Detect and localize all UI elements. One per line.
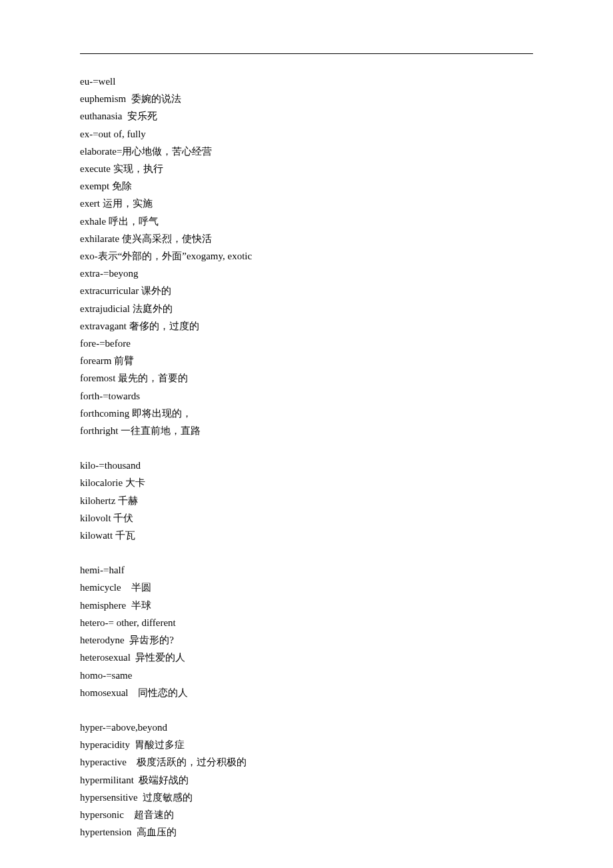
document-page: eu-=welleuphemism 委婉的说法euthanasia 安乐死ex-… xyxy=(0,0,613,868)
vocab-line: extrajudicial 法庭外的 xyxy=(80,300,533,317)
vocab-group: hyper-=above,beyondhyperacidity 胃酸过多症hyp… xyxy=(80,719,533,841)
vocab-group: kilo-=thousandkilocalorie 大卡kilohertz 千赫… xyxy=(80,457,533,544)
vocab-line: hetero-= other, different xyxy=(80,614,533,631)
vocab-line: kilocalorie 大卡 xyxy=(80,474,533,491)
vocab-line: kilowatt 千瓦 xyxy=(80,527,533,544)
vocab-line: kilohertz 千赫 xyxy=(80,492,533,509)
vocab-line: exert 运用，实施 xyxy=(80,195,533,212)
content-body: eu-=welleuphemism 委婉的说法euthanasia 安乐死ex-… xyxy=(80,73,533,841)
vocab-line: hemisphere 半球 xyxy=(80,597,533,614)
vocab-line: hyper-=above,beyond xyxy=(80,719,533,736)
vocab-line: hypermilitant 极端好战的 xyxy=(80,771,533,789)
vocab-line: hyperacidity 胃酸过多症 xyxy=(80,736,533,753)
vocab-line: fore-=before xyxy=(80,335,533,352)
vocab-group: eu-=welleuphemism 委婉的说法euthanasia 安乐死ex-… xyxy=(80,73,533,439)
vocab-line: execute 实现，执行 xyxy=(80,160,533,177)
vocab-line: hypersensitive 过度敏感的 xyxy=(80,789,533,806)
vocab-line: hyperactive 极度活跃的，过分积极的 xyxy=(80,753,533,771)
vocab-line: hypertension 高血压的 xyxy=(80,823,533,841)
vocab-line: forthcoming 即将出现的， xyxy=(80,405,533,422)
vocab-line: extracurricular 课外的 xyxy=(80,282,533,299)
vocab-line: exo-表示“外部的，外面”exogamy, exotic xyxy=(80,247,533,265)
vocab-group: hemi-=halfhemicycle 半圆hemisphere 半球heter… xyxy=(80,561,533,701)
header-rule xyxy=(80,53,533,54)
vocab-line: exempt 免除 xyxy=(80,177,533,195)
vocab-line: extra-=beyong xyxy=(80,265,533,282)
vocab-line: heterodyne 异齿形的? xyxy=(80,631,533,649)
vocab-line: forearm 前臂 xyxy=(80,352,533,369)
vocab-line: hypersonic 超音速的 xyxy=(80,806,533,823)
vocab-line: kilovolt 千伏 xyxy=(80,509,533,527)
vocab-line: euphemism 委婉的说法 xyxy=(80,90,533,107)
vocab-line: extravagant 奢侈的，过度的 xyxy=(80,317,533,335)
vocab-line: kilo-=thousand xyxy=(80,457,533,474)
vocab-line: eu-=well xyxy=(80,73,533,90)
vocab-line: ex-=out of, fully xyxy=(80,125,533,143)
vocab-line: hemicycle 半圆 xyxy=(80,579,533,596)
vocab-line: exhale 呼出，呼气 xyxy=(80,213,533,230)
vocab-line: forthright 一往直前地，直路 xyxy=(80,422,533,439)
vocab-line: elaborate=用心地做，苦心经营 xyxy=(80,143,533,160)
vocab-line: euthanasia 安乐死 xyxy=(80,107,533,125)
vocab-line: homo-=same xyxy=(80,667,533,684)
vocab-line: homosexual 同性恋的人 xyxy=(80,684,533,701)
vocab-line: forth-=towards xyxy=(80,387,533,405)
vocab-line: foremost 最先的，首要的 xyxy=(80,369,533,387)
vocab-line: heterosexual 异性爱的人 xyxy=(80,649,533,666)
vocab-line: hemi-=half xyxy=(80,561,533,579)
vocab-line: exhilarate 使兴高采烈，使快活 xyxy=(80,230,533,247)
